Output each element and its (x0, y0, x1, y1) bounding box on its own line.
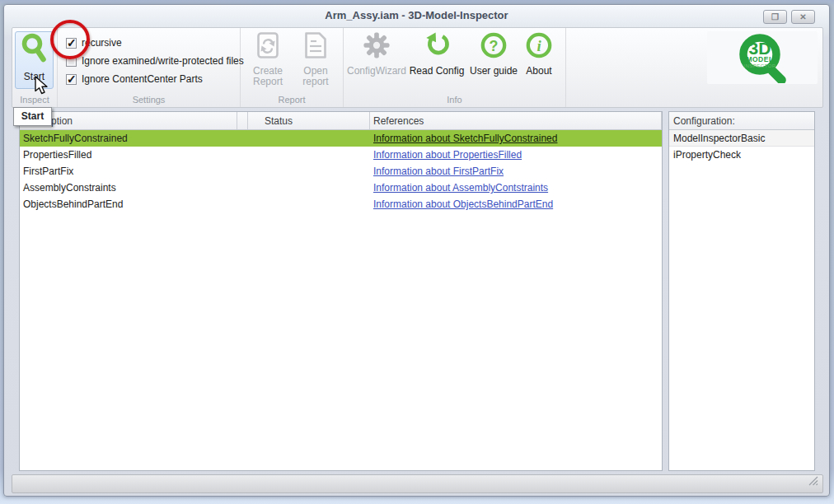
row-description: ObjectsBehindPartEnd (20, 196, 237, 212)
configuration-item[interactable]: ModelInspectorBasic (669, 130, 814, 147)
about-label: About (526, 66, 551, 77)
checkbox-label: Ignore ContentCenter Parts (82, 73, 203, 85)
table-row[interactable]: PropertiesFilled Information about Prope… (20, 147, 662, 163)
user-guide-label: User guide (470, 66, 518, 77)
svg-text:INSPECTOR: INSPECTOR (743, 63, 776, 68)
table-header-row: Description Status References (20, 112, 662, 130)
checkbox-box[interactable] (66, 74, 77, 85)
app-window: Arm_Assy.iam - 3D-Model-Inspector ❐ ✕ St… (3, 4, 830, 497)
start-tooltip: Start (13, 107, 52, 126)
configuration-panel: Configuration: ModelInspectorBasic iProp… (668, 111, 815, 471)
row-description: PropertiesFilled (20, 147, 237, 163)
create-report-icon (257, 32, 279, 62)
column-header-spacer[interactable] (237, 112, 248, 129)
window-title: Arm_Assy.iam - 3D-Model-Inspector (325, 9, 508, 21)
group-label-info: Info (344, 95, 565, 105)
row-spacer (237, 130, 248, 147)
row-spacer (237, 196, 248, 212)
configuration-item[interactable]: iPropertyCheck (669, 147, 814, 163)
row-status (248, 196, 370, 212)
open-report-label: Open report (290, 66, 341, 87)
open-report-button[interactable]: Open report (290, 32, 341, 87)
create-report-label: Create Report (249, 66, 287, 87)
row-description: AssemblyConstraints (20, 180, 237, 196)
row-spacer (237, 180, 248, 196)
row-status (248, 147, 370, 163)
row-status (248, 180, 370, 196)
help-icon: ? (480, 32, 507, 62)
ribbon-group-report: Create Report Open report Report (241, 28, 344, 107)
logo-magnifier-icon: 3D MODEL INSPECTOR (713, 32, 812, 83)
configuration-header: Configuration: (669, 112, 814, 130)
row-spacer (237, 147, 248, 163)
close-button[interactable]: ✕ (791, 10, 815, 24)
read-config-label: Read Config (410, 66, 465, 77)
user-guide-button[interactable]: ? User guide (467, 32, 520, 77)
row-description: SketchFullyConstrained (20, 130, 237, 147)
app-logo: 3D MODEL INSPECTOR (707, 31, 818, 84)
column-header-description[interactable]: Description (20, 112, 237, 129)
magnifier-icon (20, 32, 49, 68)
row-spacer (237, 163, 248, 180)
row-description: FirstPartFix (20, 163, 237, 180)
tooltip-text: Start (21, 110, 44, 122)
reference-link[interactable]: Information about ObjectsBehindPartEnd (373, 198, 553, 210)
ribbon: Start Inspect recursive Ignore examined/… (12, 27, 823, 108)
checkbox-ignore-examined[interactable]: Ignore examined/write-protected files (66, 55, 244, 67)
about-button[interactable]: i About (520, 32, 558, 77)
reference-link[interactable]: Information about SketchFullyConstrained (373, 133, 557, 144)
svg-text:MODEL: MODEL (746, 55, 773, 63)
table-row[interactable]: AssemblyConstraints Information about As… (20, 180, 662, 196)
checkbox-label: Ignore examined/write-protected files (82, 55, 244, 67)
create-report-button[interactable]: Create Report (246, 32, 290, 87)
group-label-settings: Settings (58, 95, 240, 105)
title-bar[interactable]: Arm_Assy.iam - 3D-Model-Inspector (4, 5, 829, 26)
status-bar (12, 474, 823, 493)
reference-link[interactable]: Information about AssemblyContstraints (373, 182, 548, 194)
row-status (248, 163, 370, 180)
column-header-references[interactable]: References (370, 112, 662, 129)
read-config-button[interactable]: Read Config (408, 32, 466, 77)
close-icon: ✕ (799, 12, 806, 21)
restore-icon: ❐ (771, 12, 779, 21)
refresh-icon (424, 32, 450, 62)
annotation-circle (50, 20, 90, 59)
resize-grip-icon[interactable] (808, 474, 818, 489)
configwizard-button[interactable]: ConfigWizard (349, 32, 405, 77)
reference-link[interactable]: Information about PropertiesFilled (373, 149, 522, 161)
configwizard-label: ConfigWizard (347, 66, 406, 77)
ribbon-group-info: ConfigWizard Read Config ? (344, 28, 566, 107)
mouse-cursor-icon (35, 76, 51, 98)
column-header-status[interactable]: Status (248, 112, 370, 129)
table-row[interactable]: ObjectsBehindPartEnd Information about O… (20, 196, 662, 212)
restore-button[interactable]: ❐ (763, 10, 787, 24)
desktop: { "window": { "title": "Arm_Assy.iam - 3… (0, 0, 834, 504)
group-label-report: Report (241, 95, 343, 105)
svg-text:?: ? (490, 38, 499, 54)
table-row[interactable]: FirstPartFix Information about FirstPart… (20, 163, 662, 180)
table-row[interactable]: SketchFullyConstrained Information about… (20, 130, 662, 147)
results-table: Description Status References SketchFull… (19, 111, 663, 471)
reference-link[interactable]: Information about FirstPartFix (373, 166, 504, 177)
open-report-icon (305, 32, 326, 62)
svg-text:i: i (536, 37, 541, 54)
row-status (248, 130, 370, 147)
gear-icon (363, 32, 390, 62)
checkbox-ignore-contentcenter[interactable]: Ignore ContentCenter Parts (66, 73, 203, 85)
info-icon: i (526, 32, 552, 62)
